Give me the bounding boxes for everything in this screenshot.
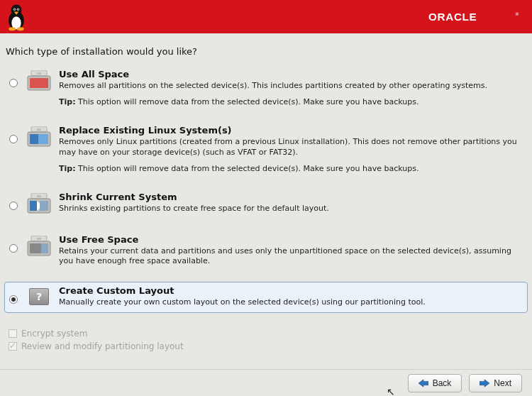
review-checkbox[interactable]	[9, 342, 17, 351]
icon-column: os	[25, 192, 53, 216]
svg-text:®: ®	[515, 11, 519, 16]
svg-point-9	[17, 27, 24, 31]
back-arrow-icon	[419, 379, 428, 387]
option-text: Use All SpaceRemoves all partitions on t…	[59, 69, 521, 106]
option-title: Create Custom Layout	[59, 285, 521, 296]
svg-point-8	[9, 27, 16, 31]
option-radio[interactable]	[9, 135, 18, 143]
checkbox-area: Encrypt system Review and modify partiti…	[9, 329, 528, 351]
svg-point-5	[14, 9, 16, 10]
svg-point-6	[18, 9, 19, 10]
option-use-all-space[interactable]: osUse All SpaceRemoves all partitions on…	[4, 65, 528, 111]
back-button[interactable]: Back	[408, 374, 462, 392]
option-text: Replace Existing Linux System(s)Removes …	[59, 125, 521, 173]
drive-icon: os	[26, 236, 52, 258]
option-tip: Tip: This option will remove data from t…	[59, 164, 521, 173]
next-arrow-icon	[480, 379, 489, 387]
svg-rect-20	[38, 134, 48, 144]
next-button-label: Next	[494, 378, 511, 388]
encrypt-system-row[interactable]: Encrypt system	[9, 329, 528, 339]
review-layout-row[interactable]: Review and modify partitioning layout	[9, 341, 528, 351]
option-title: Use Free Space	[59, 234, 521, 245]
encrypt-checkbox[interactable]	[9, 329, 17, 338]
footer-bar: Back Next	[0, 369, 532, 396]
option-title: Replace Existing Linux System(s)	[59, 125, 521, 136]
drive-icon: os	[26, 126, 52, 149]
radio-column	[8, 125, 19, 143]
svg-text:os: os	[37, 194, 41, 198]
svg-marker-33	[480, 379, 489, 387]
option-radio[interactable]	[9, 295, 18, 304]
radio-column	[8, 69, 19, 87]
encrypt-label: Encrypt system	[21, 329, 87, 339]
next-button[interactable]: Next	[469, 374, 522, 392]
drive-icon: os	[26, 70, 52, 93]
svg-text:os: os	[37, 236, 41, 241]
option-radio[interactable]	[9, 202, 18, 210]
radio-column	[8, 285, 19, 304]
header-banner: ORACLE ®	[0, 0, 532, 33]
option-description: Removes all partitions on the selected d…	[59, 81, 521, 92]
option-text: Create Custom LayoutManually create your…	[59, 285, 521, 308]
svg-marker-32	[419, 379, 428, 387]
svg-rect-30	[30, 243, 41, 253]
option-description: Shrinks existing partitions to create fr…	[59, 204, 521, 214]
svg-rect-24	[30, 201, 37, 211]
installation-question: Which type of installation would you lik…	[6, 46, 528, 57]
tux-icon	[4, 3, 28, 31]
svg-text:os: os	[37, 71, 41, 75]
option-shrink-current-system[interactable]: osShrink Current SystemShrinks existing …	[4, 188, 528, 221]
oracle-logo: ORACLE ®	[428, 11, 522, 23]
option-replace-existing-linux-system-s[interactable]: osReplace Existing Linux System(s)Remove…	[4, 121, 528, 178]
option-description: Removes only Linux partitions (created f…	[59, 137, 521, 158]
svg-rect-31	[41, 243, 48, 253]
option-text: Shrink Current SystemShrinks existing pa…	[59, 192, 521, 214]
icon-column: os	[25, 125, 53, 149]
svg-text:os: os	[37, 127, 41, 131]
option-tip: Tip: This option will remove data from t…	[59, 97, 521, 106]
review-label: Review and modify partitioning layout	[21, 341, 184, 351]
question-mark-icon: ?	[29, 288, 49, 305]
svg-text:ORACLE: ORACLE	[428, 11, 477, 23]
option-description: Manually create your own custom layout o…	[59, 297, 521, 308]
icon-column: ?	[25, 285, 53, 305]
options-list: osUse All SpaceRemoves all partitions on…	[4, 65, 528, 313]
radio-column	[8, 234, 19, 253]
option-title: Use All Space	[59, 69, 521, 79]
option-radio[interactable]	[9, 79, 18, 87]
icon-column: os	[25, 69, 53, 93]
drive-icon: os	[26, 193, 52, 216]
option-text: Use Free SpaceRetains your current data …	[59, 234, 521, 268]
svg-rect-26	[40, 201, 48, 211]
content-area: Which type of installation would you lik…	[0, 33, 532, 351]
option-description: Retains your current data and partitions…	[59, 246, 521, 268]
option-radio[interactable]	[9, 244, 18, 253]
svg-rect-19	[30, 134, 38, 144]
svg-rect-15	[30, 78, 48, 88]
option-title: Shrink Current System	[59, 192, 521, 202]
option-use-free-space[interactable]: osUse Free SpaceRetains your current dat…	[4, 231, 528, 273]
radio-column	[8, 192, 19, 210]
option-create-custom-layout[interactable]: ?Create Custom LayoutManually create you…	[4, 282, 528, 313]
icon-column: os	[25, 234, 53, 258]
back-button-label: Back	[433, 378, 452, 388]
